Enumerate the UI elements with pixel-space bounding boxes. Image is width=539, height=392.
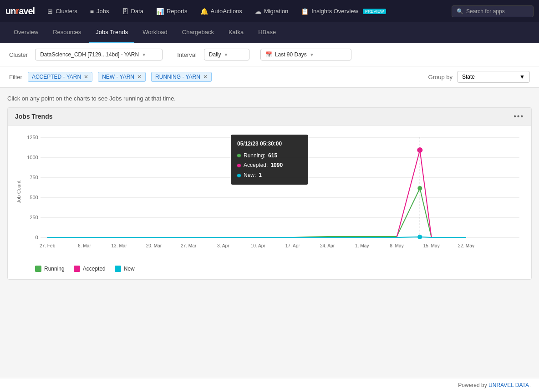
date-value: Last 90 Days [275, 51, 307, 58]
svg-text:15. May: 15. May [423, 243, 440, 248]
group-by-value: State [462, 74, 475, 80]
jobs-trends-chart-card: Jobs Trends ••• 1250 1000 750 500 250 0 [7, 107, 532, 280]
toolbar: Cluster DataScience_CDH [7129...14bd] - … [0, 43, 539, 66]
svg-text:6. Mar: 6. Mar [78, 243, 91, 248]
tab-workload[interactable]: Workload [136, 22, 174, 43]
filter-label: Filter [9, 74, 22, 80]
svg-text:1. May: 1. May [355, 243, 369, 248]
date-range-select[interactable]: 📅 Last 90 Days ▼ [260, 49, 351, 60]
chart-header: Jobs Trends ••• [8, 108, 531, 126]
svg-text:24. Apr: 24. Apr [320, 243, 335, 248]
nav-migration[interactable]: ☁ Migration [249, 5, 294, 18]
svg-point-29 [417, 186, 422, 191]
group-by-label: Group by [428, 74, 453, 80]
tab-overview[interactable]: Overview [7, 22, 45, 43]
svg-text:3. Apr: 3. Apr [217, 243, 229, 248]
cluster-value: DataScience_CDH [7129...14bd] - YARN [40, 51, 139, 58]
chart-menu-button[interactable]: ••• [514, 112, 524, 121]
svg-text:22. May: 22. May [458, 243, 475, 248]
filter-row: Filter ACCEPTED - YARN ✕ NEW - YARN ✕ RU… [0, 66, 539, 88]
jobs-icon: ≡ [90, 8, 94, 15]
legend-running-checkbox [35, 266, 41, 272]
preview-badge: PREVIEW [363, 9, 386, 14]
tab-resources[interactable]: Resources [46, 22, 87, 43]
filter-tag-new[interactable]: NEW - YARN ✕ [98, 72, 146, 82]
migration-icon: ☁ [255, 8, 261, 15]
interval-label: Interval [177, 51, 197, 58]
interval-chevron-icon: ▼ [224, 52, 229, 57]
group-by-area: Group by State ▼ [428, 71, 530, 83]
clusters-icon: ⊞ [47, 8, 53, 15]
svg-text:500: 500 [30, 195, 38, 200]
hint-text: Click on any point on the charts to see … [7, 95, 532, 102]
reports-icon: 📊 [156, 8, 164, 15]
svg-text:750: 750 [30, 175, 38, 180]
svg-text:27. Mar: 27. Mar [181, 243, 197, 248]
svg-text:250: 250 [30, 215, 38, 220]
svg-text:13. Mar: 13. Mar [111, 243, 127, 248]
legend-accepted[interactable]: Accepted [74, 266, 106, 272]
logo[interactable]: unravel [5, 6, 35, 16]
tab-jobs-trends[interactable]: Jobs Trends [89, 22, 134, 43]
svg-text:1250: 1250 [27, 135, 38, 140]
group-by-select[interactable]: State ▼ [457, 71, 530, 83]
legend-running[interactable]: Running [35, 266, 65, 272]
nav-jobs[interactable]: ≡ Jobs [85, 5, 115, 18]
autoactions-icon: 🔔 [200, 8, 208, 15]
tab-chargeback[interactable]: Chargeback [176, 22, 220, 43]
tab-hbase[interactable]: HBase [252, 22, 282, 43]
svg-text:Job Count: Job Count [16, 181, 21, 203]
svg-text:17. Apr: 17. Apr [285, 243, 300, 248]
search-box[interactable]: 🔍 [452, 5, 534, 17]
insights-icon: 📋 [301, 8, 309, 15]
filter-tag-accepted[interactable]: ACCEPTED - YARN ✕ [28, 72, 92, 82]
legend-new[interactable]: New [115, 266, 135, 272]
nav-reports[interactable]: 📊 Reports [151, 5, 193, 18]
nav-data[interactable]: 🗄 Data [117, 5, 149, 18]
interval-select[interactable]: Daily ▼ [204, 49, 249, 60]
chart-area: 1250 1000 750 500 250 0 Job Count 27. Fe… [8, 126, 531, 262]
sub-navigation: Overview Resources Jobs Trends Workload … [0, 22, 539, 43]
calendar-icon: 📅 [265, 51, 272, 58]
svg-text:20. Mar: 20. Mar [146, 243, 162, 248]
search-icon: 🔍 [457, 8, 463, 15]
filter-tag-running[interactable]: RUNNING - YARN ✕ [151, 72, 212, 82]
svg-text:8. May: 8. May [390, 243, 404, 248]
filter-close-running[interactable]: ✕ [203, 74, 208, 80]
tab-kafka[interactable]: Kafka [222, 22, 250, 43]
interval-value: Daily [209, 51, 221, 58]
chart-svg[interactable]: 1250 1000 750 500 250 0 Job Count 27. Fe… [15, 133, 524, 256]
legend-accepted-checkbox [74, 266, 80, 272]
legend-new-checkbox [115, 266, 121, 272]
data-icon: 🗄 [122, 8, 128, 15]
main-content: Click on any point on the charts to see … [0, 88, 539, 287]
date-chevron-icon: ▼ [310, 52, 314, 57]
filter-close-accepted[interactable]: ✕ [84, 74, 88, 80]
nav-insights[interactable]: 📋 Insights Overview PREVIEW [295, 5, 392, 18]
nav-autoactions[interactable]: 🔔 AutoActions [195, 5, 248, 18]
filter-close-new[interactable]: ✕ [137, 74, 142, 80]
svg-text:27. Feb: 27. Feb [40, 243, 56, 248]
svg-text:10. Apr: 10. Apr [250, 243, 265, 248]
cluster-select[interactable]: DataScience_CDH [7129...14bd] - YARN ▼ [35, 49, 163, 60]
nav-clusters[interactable]: ⊞ Clusters [42, 5, 83, 18]
search-input[interactable] [466, 8, 530, 15]
top-navigation: unravel ⊞ Clusters ≡ Jobs 🗄 Data 📊 Repor… [0, 0, 539, 22]
group-by-chevron-icon: ▼ [519, 74, 525, 80]
chevron-down-icon: ▼ [142, 52, 146, 57]
svg-text:1000: 1000 [27, 155, 38, 160]
cluster-label: Cluster [9, 51, 28, 58]
chart-title: Jobs Trends [15, 113, 52, 120]
chart-legend: Running Accepted New [8, 262, 531, 279]
svg-text:0: 0 [36, 235, 38, 240]
